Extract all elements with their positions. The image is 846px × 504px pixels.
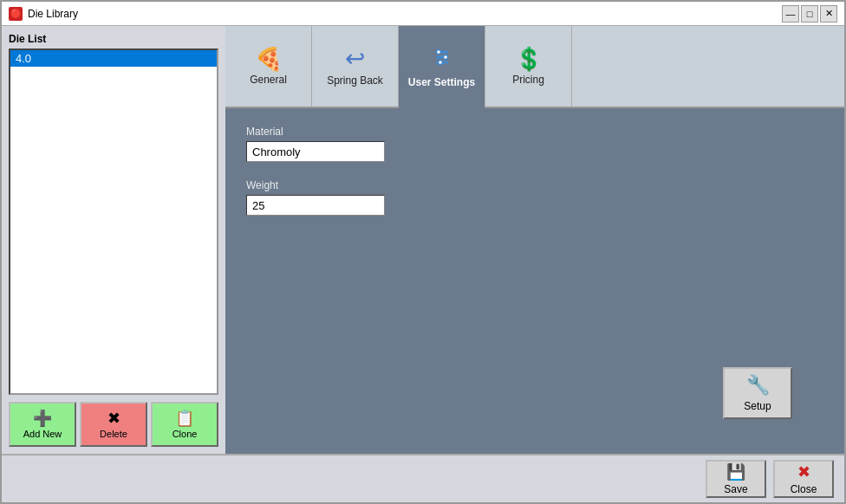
svg-point-3 [436, 49, 440, 54]
svg-point-5 [438, 60, 442, 64]
app-icon: 🔴 [9, 7, 23, 21]
tab-user-settings[interactable]: User Settings [399, 26, 485, 108]
save-icon: 💾 [726, 462, 745, 481]
general-tab-label: General [250, 74, 287, 86]
main-content: Material Weight 🔧 Setup [225, 108, 844, 454]
pricing-icon: 💲 [515, 48, 543, 70]
spring-back-icon: ↩ [345, 47, 365, 71]
user-settings-icon [430, 45, 454, 73]
setup-button[interactable]: 🔧 Setup [723, 367, 792, 419]
weight-label: Weight [246, 179, 823, 191]
delete-label: Delete [100, 429, 127, 439]
material-input[interactable] [246, 141, 385, 162]
general-icon: 🍕 [255, 48, 283, 70]
delete-button[interactable]: ✖ Delete [80, 402, 147, 447]
clone-label: Clone [172, 429, 198, 439]
die-list-label: Die List [9, 33, 218, 45]
close-button[interactable]: ✖ Close [773, 460, 834, 498]
bottom-bar: 💾 Save ✖ Close [2, 454, 844, 502]
left-action-buttons: ➕ Add New ✖ Delete 📋 Clone [9, 402, 218, 447]
maximize-button[interactable]: □ [801, 5, 818, 23]
window-close-button[interactable]: ✕ [820, 5, 837, 23]
tabs-bar: 🍕 General ↩ Spring Back [225, 26, 844, 108]
content-area: Die List 4.0 ➕ Add New ✖ Delete 📋 Clone [2, 26, 844, 454]
title-controls: — □ ✕ [782, 5, 837, 23]
spring-back-tab-label: Spring Back [327, 74, 383, 87]
material-field-group: Material [246, 126, 823, 162]
svg-point-4 [443, 55, 447, 59]
die-list-item[interactable]: 4.0 [10, 50, 217, 67]
clone-button[interactable]: 📋 Clone [151, 402, 218, 447]
save-button[interactable]: 💾 Save [706, 460, 766, 498]
weight-input[interactable] [246, 195, 385, 216]
die-list-box[interactable]: 4.0 [9, 48, 218, 395]
clone-icon: 📋 [175, 410, 194, 426]
close-icon: ✖ [797, 462, 810, 481]
weight-field-group: Weight [246, 179, 823, 216]
add-icon: ➕ [33, 410, 52, 426]
window-title: Die Library [28, 8, 782, 20]
pricing-tab-label: Pricing [512, 74, 544, 86]
tab-spring-back[interactable]: ↩ Spring Back [312, 26, 399, 107]
setup-label: Setup [744, 400, 771, 412]
title-bar: 🔴 Die Library — □ ✕ [2, 2, 844, 26]
left-panel: Die List 4.0 ➕ Add New ✖ Delete 📋 Clone [2, 26, 225, 454]
minimize-button[interactable]: — [782, 5, 799, 23]
close-label: Close [791, 483, 817, 495]
material-label: Material [246, 126, 823, 138]
delete-icon: ✖ [107, 410, 120, 426]
setup-icon: 🔧 [746, 374, 770, 397]
save-label: Save [724, 483, 747, 495]
tab-general[interactable]: 🍕 General [225, 26, 312, 107]
add-label: Add New [23, 429, 62, 439]
add-new-button[interactable]: ➕ Add New [9, 402, 76, 447]
main-window: 🔴 Die Library — □ ✕ Die List 4.0 ➕ Add N… [0, 0, 846, 504]
right-panel: 🍕 General ↩ Spring Back [225, 26, 844, 454]
tab-pricing[interactable]: 💲 Pricing [485, 26, 572, 107]
user-settings-tab-label: User Settings [408, 76, 475, 88]
